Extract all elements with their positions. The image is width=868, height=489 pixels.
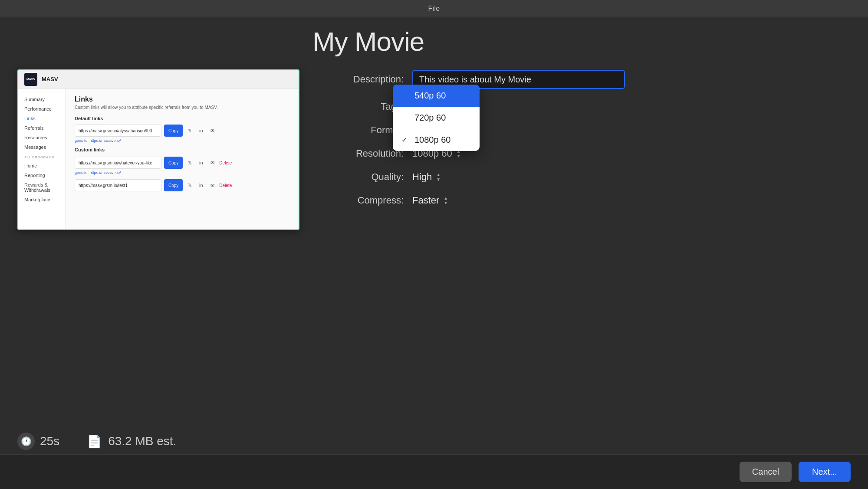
email-icon-3[interactable]: ✉ [208,181,217,190]
sidebar-item-referrals[interactable]: Referrals [18,123,66,133]
compress-select[interactable]: Faster ▲ ▼ [412,195,448,206]
dropdown-item-540p60[interactable]: 540p 60 [393,85,480,107]
check-mark-1080: ✓ [401,136,410,144]
links-description: Custom links will allow you to attribute… [75,105,290,110]
delete-button-1[interactable]: Delete [219,161,232,165]
sidebar-item-reporting[interactable]: Reporting [18,171,66,180]
tags-label: Tags: [312,101,404,112]
dropdown-item-720p60[interactable]: 720p 60 [393,107,480,129]
compress-stepper[interactable]: ▲ ▼ [444,196,448,205]
duration-status: 🕐 25s [17,433,59,450]
default-link-input[interactable] [75,125,161,137]
twitter-icon[interactable]: 𝕏 [185,126,194,135]
top-bar: File [0,0,868,17]
email-icon[interactable]: ✉ [208,126,217,135]
all-programs-label: ALL PROGRAMS [18,152,66,161]
delete-button-2[interactable]: Delete [219,183,232,188]
custom-links-label: Custom links [75,147,290,152]
movie-title: My Movie [312,26,625,57]
quality-row: Quality: High ▲ ▼ [312,171,625,183]
sidebar-item-resources[interactable]: Resources [18,133,66,142]
custom-link-input-1[interactable] [75,157,161,169]
sidebar-item-rewards[interactable]: Rewards & Withdrawals [18,180,66,195]
linkedin-icon-3[interactable]: in [197,181,205,190]
custom-copy-button-2[interactable]: Copy [164,179,183,191]
browser-header: MASV MASV [18,70,299,89]
email-icon-2[interactable]: ✉ [208,158,217,167]
dropdown-label-1080p60: 1080p 60 [414,135,450,145]
quality-select[interactable]: High ▲ ▼ [412,171,441,183]
compress-row: Compress: Faster ▲ ▼ [312,195,625,206]
browser-body: Summary Performance Links Referrals Reso… [18,89,299,229]
filesize-status: 📄 63.2 MB est. [85,433,176,450]
twitter-icon-2[interactable]: 𝕏 [185,158,194,167]
description-label: Description: [312,74,404,85]
quality-value: High [412,171,432,183]
twitter-icon-3[interactable]: 𝕏 [185,181,194,190]
compress-label: Compress: [312,195,404,206]
filesize-value: 63.2 MB est. [108,434,176,448]
sidebar-item-links[interactable]: Links [18,114,66,123]
clock-icon: 🕐 [17,433,35,450]
linkedin-icon[interactable]: in [197,126,205,135]
default-link-row: Copy 𝕏 in ✉ [75,125,290,137]
compress-value: Faster [412,195,439,206]
quality-stepper[interactable]: ▲ ▼ [436,172,441,182]
custom-link-row-1: Copy 𝕏 in ✉ Delete [75,157,290,169]
default-goes-to: goes to: https://massive.io/ [75,138,290,143]
dropdown-label-540p60: 540p 60 [414,91,446,101]
custom-goes-to-1: goes to: https://massive.io/ [75,171,290,175]
custom-copy-button-1[interactable]: Copy [164,157,183,169]
status-bar: 🕐 25s 📄 63.2 MB est. [17,433,176,450]
quality-label: Quality: [312,171,404,183]
masv-logo-icon: MASV [24,73,37,86]
cancel-button[interactable]: Cancel [740,462,792,482]
window-title: File [428,5,440,13]
main-content: Links Custom links will allow you to att… [66,89,299,229]
dropdown-item-1080p60[interactable]: ✓ 1080p 60 [393,129,480,151]
linkedin-icon-2[interactable]: in [197,158,205,167]
links-section-title: Links [75,95,290,103]
resolution-label: Resolution: [312,148,404,159]
browser-screenshot: MASV MASV Summary Performance Links Refe… [17,69,299,230]
duration-value: 25s [40,434,59,448]
format-label: Format: [312,125,404,136]
dropdown-label-720p60: 720p 60 [414,113,446,123]
resolution-dropdown: 540p 60 720p 60 ✓ 1080p 60 [393,85,480,151]
default-links-label: Default links [75,116,290,121]
next-button[interactable]: Next... [799,462,851,482]
sidebar-item-performance[interactable]: Performance [18,104,66,114]
default-copy-button[interactable]: Copy [164,125,183,137]
sidebar: Summary Performance Links Referrals Reso… [18,89,66,229]
custom-link-row-2: Copy 𝕏 in ✉ Delete [75,179,290,191]
action-bar: Cancel Next... [0,454,868,489]
sidebar-item-summary[interactable]: Summary [18,95,66,104]
sidebar-item-home[interactable]: Home [18,161,66,171]
file-icon: 📄 [85,433,103,450]
masv-app-name: MASV [42,76,58,82]
sidebar-item-messages[interactable]: Messages [18,142,66,152]
custom-link-input-2[interactable] [75,179,161,191]
sidebar-item-marketplace[interactable]: Marketplace [18,195,66,204]
